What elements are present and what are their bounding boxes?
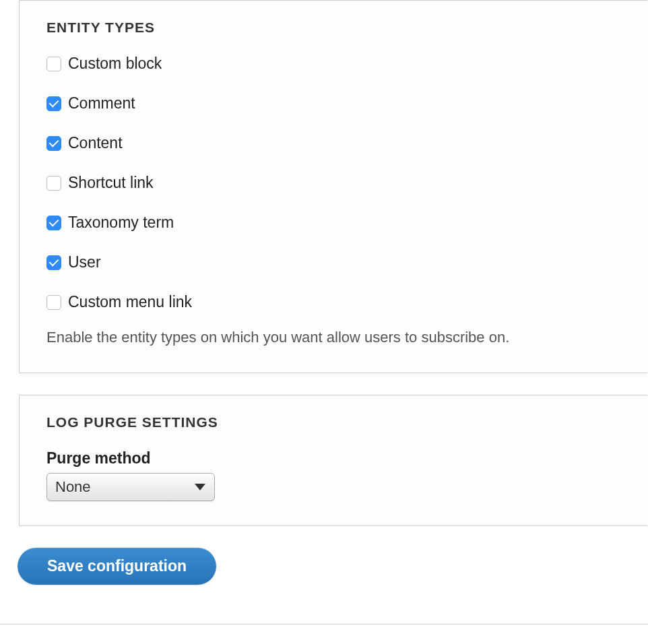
purge-method-label: Purge method xyxy=(46,449,621,468)
purge-method-select[interactable]: None xyxy=(46,473,215,501)
entity-types-description: Enable the entity types on which you wan… xyxy=(46,327,621,348)
entity-type-label[interactable]: User xyxy=(68,253,101,271)
save-configuration-button[interactable]: Save configuration xyxy=(18,548,216,585)
log-purge-legend: Log purge settings xyxy=(46,414,621,430)
page-divider xyxy=(0,624,648,624)
entity-type-label[interactable]: Content xyxy=(68,134,123,152)
entity-type-checkbox[interactable] xyxy=(46,255,61,270)
entity-types-legend: Entity types xyxy=(46,20,621,36)
entity-type-label[interactable]: Comment xyxy=(68,94,135,112)
entity-type-label[interactable]: Taxonomy term xyxy=(68,214,174,232)
entity-types-fieldset: Entity types Custom blockCommentContentS… xyxy=(19,0,648,373)
entity-type-checkbox[interactable] xyxy=(46,216,61,230)
entity-type-label[interactable]: Custom block xyxy=(68,55,162,73)
entity-type-checkbox[interactable] xyxy=(46,57,61,71)
entity-type-checkbox[interactable] xyxy=(46,136,61,151)
entity-type-row: Content xyxy=(46,134,621,152)
entity-type-row: User xyxy=(46,253,621,271)
entity-type-row: Comment xyxy=(46,94,621,112)
entity-type-row: Custom block xyxy=(46,55,621,73)
entity-type-label[interactable]: Custom menu link xyxy=(68,293,192,311)
entity-type-checkbox[interactable] xyxy=(46,96,61,111)
entity-type-label[interactable]: Shortcut link xyxy=(68,174,154,192)
log-purge-fieldset: Log purge settings Purge method None xyxy=(19,395,648,526)
entity-type-row: Taxonomy term xyxy=(46,214,621,232)
entity-type-checkbox[interactable] xyxy=(46,295,61,310)
entity-type-checkbox[interactable] xyxy=(46,176,61,191)
entity-type-row: Custom menu link xyxy=(46,293,621,311)
entity-type-row: Shortcut link xyxy=(46,174,621,192)
